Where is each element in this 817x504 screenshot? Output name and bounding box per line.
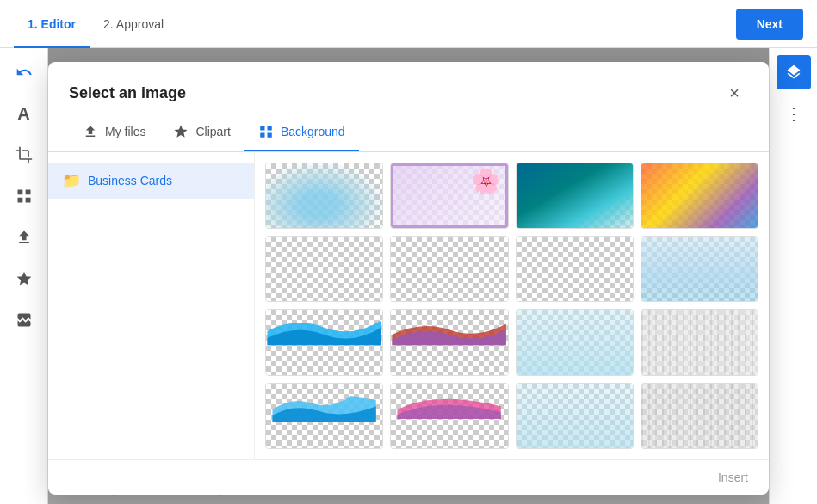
- image-item-12[interactable]: [641, 309, 758, 375]
- left-sidebar: A: [0, 48, 48, 504]
- tab-background[interactable]: Background: [244, 114, 359, 151]
- dialog-header: Select an image ×: [48, 62, 769, 107]
- next-button[interactable]: Next: [736, 9, 803, 40]
- image-item-16[interactable]: [641, 383, 758, 449]
- image-item-15[interactable]: [516, 383, 634, 449]
- dialog-body: 📁 Business Cards: [48, 152, 769, 459]
- image-item-14[interactable]: [390, 383, 508, 449]
- grid-icon[interactable]: [7, 179, 41, 213]
- image-item-10[interactable]: [390, 309, 508, 375]
- dialog-footer: Insert: [48, 459, 769, 495]
- image-item-3[interactable]: [516, 163, 634, 229]
- file-tree-item-business-cards[interactable]: 📁 Business Cards: [48, 163, 254, 199]
- top-bar: 1. Editor 2. Approval Next: [0, 0, 817, 48]
- folder-icon: 📁: [62, 171, 81, 190]
- image-item-7[interactable]: [516, 236, 634, 302]
- close-button[interactable]: ×: [721, 79, 748, 107]
- upload-tab-icon: [83, 124, 98, 139]
- image-item-9[interactable]: [265, 309, 383, 375]
- image-off-icon[interactable]: [7, 303, 41, 337]
- image-item-8[interactable]: [641, 236, 758, 302]
- flower-decoration: 🌸: [471, 167, 501, 195]
- image-grid: 🌸: [265, 163, 758, 449]
- crop-icon[interactable]: [7, 138, 41, 172]
- image-item-2[interactable]: 🌸: [390, 163, 508, 229]
- tab-approval[interactable]: 2. Approval: [90, 0, 177, 48]
- star-icon[interactable]: [7, 261, 41, 296]
- image-item-6[interactable]: [390, 236, 508, 302]
- overlay: Select an image × My files: [48, 48, 769, 504]
- editor-area: A: [0, 48, 817, 504]
- select-image-dialog: Select an image × My files: [48, 62, 769, 495]
- tab-myfiles[interactable]: My files: [69, 114, 159, 151]
- image-item-5[interactable]: [265, 236, 383, 302]
- star-tab-icon: [173, 124, 189, 139]
- dialog-title: Select an image: [69, 84, 186, 102]
- image-item-1[interactable]: [265, 163, 383, 229]
- image-item-13[interactable]: [265, 383, 383, 449]
- text-icon[interactable]: A: [7, 96, 41, 131]
- undo-icon[interactable]: [7, 55, 41, 89]
- layers-icon[interactable]: [777, 55, 811, 89]
- insert-button[interactable]: Insert: [718, 470, 748, 484]
- tab-clipart[interactable]: Clipart: [159, 114, 244, 151]
- image-item-11[interactable]: [516, 309, 634, 375]
- more-options-icon[interactable]: ⋮: [777, 96, 811, 131]
- image-grid-container[interactable]: 🌸: [255, 152, 769, 459]
- tab-editor[interactable]: 1. Editor: [14, 0, 90, 48]
- grid-tab-icon: [258, 124, 274, 139]
- dialog-tabs: My files Clipart B: [48, 114, 769, 152]
- upload-icon[interactable]: [7, 220, 41, 255]
- file-tree: 📁 Business Cards: [48, 152, 255, 459]
- right-sidebar: ⋮: [769, 48, 817, 504]
- image-item-4[interactable]: [641, 163, 758, 229]
